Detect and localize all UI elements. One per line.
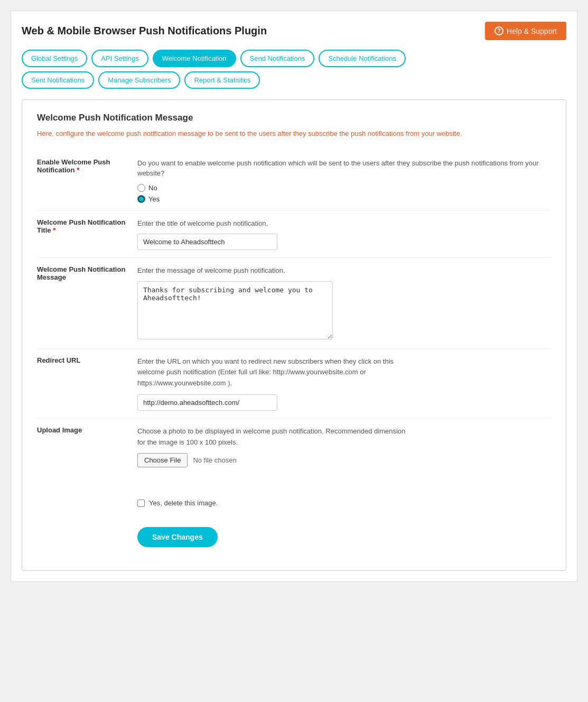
notification-title-input[interactable] [137, 234, 277, 250]
panel-description: Here, configure the welcome push notific… [37, 128, 551, 139]
radio-yes-text: Yes [148, 195, 160, 203]
field-content-message: Enter the message of welcome push notifi… [137, 258, 551, 349]
tab-welcome-notification[interactable]: Welcome Notification [153, 50, 236, 67]
tab-report-statistics[interactable]: Report & Statistics [184, 71, 260, 89]
field-label-title: Welcome Push Notification Title * [37, 210, 137, 258]
save-changes-button[interactable]: Save Changes [137, 527, 218, 547]
radio-yes[interactable] [137, 195, 145, 203]
field-label-redirect-url: Redirect URL [37, 348, 137, 418]
radio-no-label[interactable]: No [137, 184, 551, 192]
choose-file-button[interactable]: Choose File [137, 453, 188, 467]
field-label-message: Welcome Push Notification Message [37, 258, 137, 349]
tab-send-notifications[interactable]: Send Notifications [240, 50, 315, 67]
field-row-upload-image: Upload Image Choose a photo to be displa… [37, 418, 551, 555]
delete-image-row: Yes, delete this image. [137, 499, 551, 507]
upload-image-help: Choose a photo to be displayed in welcom… [137, 426, 551, 448]
radio-no-text: No [148, 184, 157, 192]
tab-global-settings[interactable]: Global Settings [22, 50, 87, 67]
content-panel: Welcome Push Notification Message Here, … [22, 99, 566, 571]
field-row-title: Welcome Push Notification Title * Enter … [37, 210, 551, 258]
panel-title: Welcome Push Notification Message [37, 113, 551, 123]
tab-api-settings[interactable]: API Settings [91, 50, 148, 67]
notification-message-textarea[interactable]: Thanks for subscribing and welcome you t… [137, 281, 333, 339]
required-star-title: * [53, 226, 55, 234]
delete-image-checkbox[interactable] [137, 500, 145, 507]
radio-group-enable: No Yes [137, 184, 551, 203]
no-file-text: No file chosen [193, 456, 236, 464]
field-help-enable: Do you want to enable welcome push notif… [137, 158, 551, 179]
nav-tabs: Global Settings API Settings Welcome Not… [22, 50, 566, 67]
field-row-message: Welcome Push Notification Message Enter … [37, 258, 551, 349]
form-table: Enable Welcome Push Notification * Do yo… [37, 151, 551, 555]
field-row-redirect-url: Redirect URL Enter the URL on which you … [37, 348, 551, 418]
question-circle-icon: ? [494, 26, 503, 35]
help-support-label: Help & Support [507, 27, 557, 35]
redirect-url-input[interactable] [137, 394, 277, 411]
radio-no[interactable] [137, 184, 145, 192]
delete-image-label[interactable]: Yes, delete this image. [149, 499, 218, 507]
redirect-url-help: Enter the URL on which you want to redir… [137, 356, 551, 389]
field-label-upload-image: Upload Image [37, 418, 137, 555]
field-content-title: Enter the title of welcome push notifica… [137, 210, 551, 258]
nav-tabs-row2: Sent Notifications Manage Subscribers Re… [22, 71, 566, 89]
field-help-title: Enter the title of welcome push notifica… [137, 218, 551, 229]
tab-schedule-notifications[interactable]: Schedule Notifications [319, 50, 406, 67]
required-star-enable: * [77, 166, 79, 174]
field-content-redirect-url: Enter the URL on which you want to redir… [137, 348, 551, 418]
field-content-upload-image: Choose a photo to be displayed in welcom… [137, 418, 551, 555]
field-help-message: Enter the message of welcome push notifi… [137, 265, 551, 276]
file-input-row: Choose File No file chosen [137, 453, 551, 467]
field-content-enable: Do you want to enable welcome push notif… [137, 151, 551, 211]
help-support-button[interactable]: ? Help & Support [485, 22, 566, 40]
tab-sent-notifications[interactable]: Sent Notifications [22, 71, 94, 89]
tab-manage-subscribers[interactable]: Manage Subscribers [98, 71, 180, 89]
field-label-enable: Enable Welcome Push Notification * [37, 151, 137, 211]
field-row-enable: Enable Welcome Push Notification * Do yo… [37, 151, 551, 211]
radio-yes-label[interactable]: Yes [137, 195, 551, 203]
page-title: Web & Mobile Browser Push Notifications … [22, 25, 267, 37]
